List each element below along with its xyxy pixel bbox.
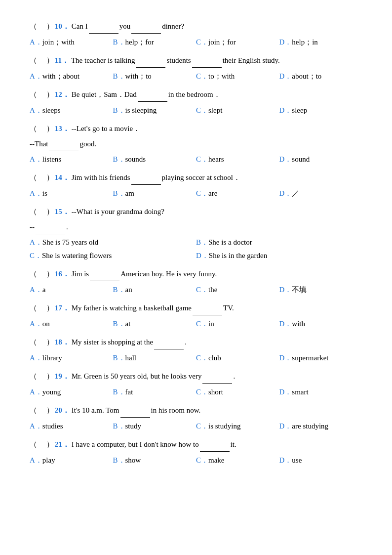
- option-text: She is watering flowers: [42, 252, 112, 259]
- dialog-response: --That good.: [30, 137, 362, 151]
- options-row: A．She is 75 years oldB．She is a doctorC．…: [30, 236, 362, 262]
- option-letter: D．: [279, 354, 292, 362]
- q-num: 17．: [55, 301, 70, 315]
- option-A: A．sleeps: [30, 104, 113, 117]
- option-letter: C．: [196, 72, 208, 80]
- option-B: B．study: [113, 420, 196, 433]
- option-D: D．smart: [279, 385, 363, 399]
- option-letter: A．: [30, 189, 42, 197]
- option-B: B．am: [113, 187, 196, 200]
- option-B: B．fat: [113, 385, 196, 399]
- question-11: （ ）11．The teacher is talking students th…: [30, 54, 362, 83]
- blank: [120, 404, 150, 418]
- option-D: D．help；in: [279, 36, 363, 49]
- blank: [49, 137, 78, 151]
- paren: （ ）: [30, 267, 54, 281]
- option-letter: A．: [30, 238, 42, 246]
- option-B: B．an: [113, 283, 196, 297]
- options-row: A．sleepsB．is sleepingC．sleptD．sleep: [30, 104, 362, 117]
- options-row: A．studiesB．studyC．is studyingD．are study…: [30, 420, 362, 433]
- q-text: The teacher is talking students their En…: [71, 54, 362, 68]
- option-text: supermarket: [292, 354, 328, 362]
- option-letter: D．: [196, 252, 209, 259]
- option-B: B．She is a doctor: [196, 236, 362, 249]
- blank: [193, 301, 222, 315]
- paren: （ ）: [30, 171, 54, 184]
- option-A: A．on: [30, 317, 113, 331]
- option-A: A．play: [30, 454, 113, 467]
- option-letter: A．: [30, 456, 42, 464]
- option-D: D．use: [279, 454, 363, 467]
- q-text: My sister is shopping at the .: [72, 336, 362, 349]
- option-text: smart: [292, 388, 308, 396]
- option-C: C．are: [196, 187, 279, 200]
- paren: （ ）: [30, 301, 54, 315]
- option-A: A．listens: [30, 153, 113, 166]
- paren: （ ）: [30, 205, 54, 218]
- option-text: sleeps: [42, 106, 61, 114]
- q-num: 13．: [55, 122, 70, 135]
- option-letter: D．: [279, 155, 292, 163]
- option-text: join；with: [42, 38, 75, 46]
- option-text: use: [292, 456, 302, 464]
- option-C: C．hears: [196, 153, 279, 166]
- option-B: B．at: [113, 317, 196, 331]
- option-text: hears: [208, 155, 224, 163]
- options-row: A．onB．atC．inD．with: [30, 317, 362, 331]
- option-letter: C．: [196, 286, 208, 294]
- option-C: C．She is watering flowers: [30, 249, 196, 262]
- option-text: are: [208, 189, 217, 197]
- question-20: （ ）20．It's 10 a.m. Tom in his room now.A…: [30, 404, 362, 433]
- paren: （ ）: [30, 438, 54, 451]
- option-A: A．is: [30, 187, 113, 200]
- options-row: A．listensB．soundsC．hearsD．sound: [30, 153, 362, 166]
- blank: [154, 336, 184, 349]
- option-D: D．She is in the garden: [196, 249, 362, 262]
- q-num: 15．: [55, 205, 70, 218]
- option-B: B．sounds: [113, 153, 196, 166]
- option-text: young: [42, 388, 61, 396]
- q-num: 18．: [55, 336, 70, 349]
- option-text: sound: [292, 155, 310, 163]
- option-text: to；with: [208, 72, 235, 80]
- option-letter: B．: [113, 72, 125, 80]
- q-text: Jim with his friends playing soccer at s…: [72, 171, 362, 185]
- question-21: （ ）21．I have a computer, but I don't kno…: [30, 438, 362, 467]
- option-letter: C．: [196, 422, 208, 430]
- option-text: fat: [125, 388, 133, 396]
- q-text: Jim is American boy. He is very funny.: [72, 267, 362, 281]
- option-B: B．hall: [113, 351, 196, 365]
- question-16: （ ）16．Jim is American boy. He is very fu…: [30, 267, 362, 297]
- question-12: （ ）12．Be quiet，Sam．Dad in the bedroom．A．…: [30, 88, 362, 117]
- option-A: A．studies: [30, 420, 113, 433]
- blank: [36, 220, 65, 234]
- option-text: on: [42, 320, 50, 328]
- option-C: C．join；for: [196, 36, 279, 49]
- option-letter: D．: [279, 320, 292, 328]
- option-letter: B．: [113, 106, 125, 114]
- paren: （ ）: [30, 88, 54, 101]
- paren: （ ）: [30, 20, 54, 33]
- blank: [131, 171, 161, 185]
- option-text: is: [42, 189, 47, 197]
- option-letter: D．: [279, 72, 292, 80]
- blank-2: [192, 54, 222, 68]
- blank: [202, 370, 232, 384]
- option-text: hall: [125, 354, 137, 362]
- option-text: help；in: [292, 38, 318, 46]
- options-row: A．aB．anC．theD．不填: [30, 283, 362, 297]
- option-letter: A．: [30, 155, 42, 163]
- option-B: B．with；to: [113, 70, 196, 83]
- option-letter: D．: [279, 106, 292, 114]
- option-text: sleep: [292, 106, 307, 114]
- paren: （ ）: [30, 336, 54, 349]
- option-D: D．sound: [279, 153, 363, 166]
- option-letter: A．: [30, 286, 42, 294]
- option-text: is sleeping: [125, 106, 157, 114]
- question-19: （ ）19．Mr. Green is 50 years old, but he …: [30, 370, 362, 399]
- option-C: C．in: [196, 317, 279, 331]
- q-text: It's 10 a.m. Tom in his room now.: [72, 404, 362, 418]
- option-text: studies: [42, 422, 63, 430]
- paren: （ ）: [30, 370, 54, 383]
- question-15: （ ）15．--What is your grandma doing?-- .A…: [30, 205, 362, 262]
